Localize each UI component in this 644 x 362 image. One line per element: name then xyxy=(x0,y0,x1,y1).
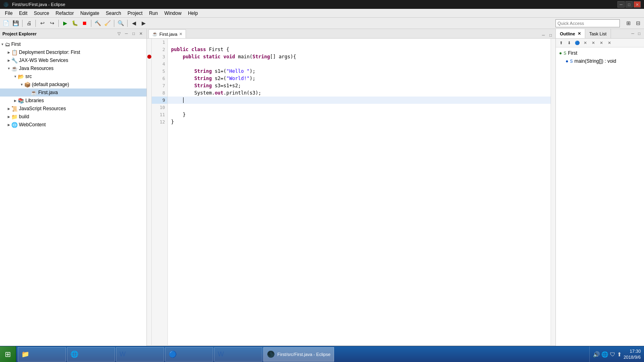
outline-minimize-btn[interactable]: ─ xyxy=(630,31,636,37)
quick-access-input[interactable] xyxy=(555,19,620,27)
line-num-7: 7 xyxy=(152,82,167,89)
tree-item-jaxws[interactable]: ▶ 🔧 JAX-WS Web Services xyxy=(0,56,147,64)
tree-item-deployment[interactable]: ▶ 📋 Deployment Descriptor: First xyxy=(0,48,147,56)
redo-button[interactable]: ↪ xyxy=(47,19,56,28)
tree-item-src[interactable]: ▼ 📂 src xyxy=(0,72,147,80)
taskbar-ie[interactable]: 🔵 xyxy=(165,347,213,362)
search-toolbar-button[interactable]: 🔍 xyxy=(116,19,125,28)
taskbar-eclipse[interactable]: 🌑 First/src/First.java - Eclipse xyxy=(263,347,334,362)
line-num-3: 3 xyxy=(152,53,167,60)
editor-maximize-btn[interactable]: □ xyxy=(547,32,554,38)
outline-panel-controls: ─ □ xyxy=(611,29,644,38)
tree-item-first[interactable]: ▼ 🗂 First xyxy=(0,40,147,48)
perspective-btn-2[interactable]: ⊟ xyxy=(634,19,642,28)
undo-button[interactable]: ↩ xyxy=(38,19,47,28)
menu-run[interactable]: Run xyxy=(146,10,161,17)
tab-close-btn[interactable]: ✕ xyxy=(179,32,182,36)
outline-maximize-btn[interactable]: □ xyxy=(636,31,642,37)
panel-close-btn[interactable]: ✕ xyxy=(138,31,144,37)
project-explorer-panel: Project Explorer ▽ ─ □ ✕ ▼ 🗂 First xyxy=(0,29,147,346)
toolbar-sep-6 xyxy=(127,20,128,27)
clean-button[interactable]: 🧹 xyxy=(103,19,112,28)
kw-public-2: public xyxy=(171,47,188,52)
code-content[interactable]: public class First { public static void … xyxy=(168,39,551,345)
panel-maximize-btn[interactable]: □ xyxy=(130,31,137,37)
navigate-back-button[interactable]: ◀ xyxy=(130,19,138,28)
code-line-3: public static void main(String[] args){ xyxy=(168,53,551,60)
menu-window[interactable]: Window xyxy=(161,10,185,17)
outline-btn-4[interactable]: ✕ xyxy=(582,39,589,47)
menu-source[interactable]: Source xyxy=(31,10,52,17)
tree-item-java-resources[interactable]: ▼ ☕ Java Resources xyxy=(0,64,147,72)
panel-collapse-btn[interactable]: ▽ xyxy=(116,31,122,37)
taskbar-items: 📁 🌐 W 🔵 W 🌑 First/src/First.java - Eclip… xyxy=(16,346,589,362)
label-java-resources: Java Resources xyxy=(19,66,54,71)
line-numbers: 1 2 3 4 5 6 7 8 9 10 11 12 xyxy=(152,39,168,345)
tab-task-list[interactable]: Task List xyxy=(585,29,611,38)
window-title: First/src/First.java - Eclipse xyxy=(12,2,65,7)
menu-navigate[interactable]: Navigate xyxy=(77,10,102,17)
taskbar-file-explorer[interactable]: 📁 xyxy=(18,347,66,362)
save-button[interactable]: 💾 xyxy=(11,19,20,28)
arrow-first: ▼ xyxy=(0,42,5,47)
outline-item-main[interactable]: ● S main(String[]) : void xyxy=(557,57,642,65)
menu-file[interactable]: File xyxy=(2,10,16,17)
stop-button[interactable]: ⏹ xyxy=(80,19,89,28)
tree-item-js-resources[interactable]: ▶ 📜 JavaScript Resources xyxy=(0,105,147,113)
tree-item-first-java[interactable]: ▶ ☕ First.java xyxy=(0,88,147,97)
panel-minimize-btn[interactable]: ─ xyxy=(123,31,130,37)
file-explorer-icon: 📁 xyxy=(21,350,29,358)
label-build: build xyxy=(19,114,29,119)
label-src: src xyxy=(25,74,32,79)
tab-outline[interactable]: Outline ✕ xyxy=(556,29,585,38)
editor-minimize-btn[interactable]: ─ xyxy=(540,32,547,38)
outline-btn-2[interactable]: ⬇ xyxy=(566,39,573,47)
taskbar-word[interactable]: W xyxy=(116,347,164,362)
tree-item-libraries[interactable]: ▶ 📚 Libraries xyxy=(0,97,147,105)
debug-button[interactable]: 🐛 xyxy=(70,19,79,28)
icon-js-resources: 📜 xyxy=(11,106,18,112)
outline-close-btn[interactable]: ✕ xyxy=(578,31,581,36)
tray-icon-4: ⬆ xyxy=(617,351,622,358)
outline-btn-6[interactable]: ✕ xyxy=(598,39,605,47)
outline-icon-main: ● xyxy=(566,58,568,64)
print-button[interactable]: 🖨 xyxy=(25,19,33,28)
menu-search[interactable]: Search xyxy=(103,10,124,17)
menu-refactor[interactable]: Refactor xyxy=(52,10,77,17)
editor-tabs: ☕ First.java ✕ ─ □ xyxy=(147,29,555,39)
navigate-forward-button[interactable]: ▶ xyxy=(139,19,148,28)
line-num-11: 11 xyxy=(152,111,167,118)
arrow-src: ▼ xyxy=(13,74,18,79)
main-layout: Project Explorer ▽ ─ □ ✕ ▼ 🗂 First xyxy=(0,29,644,346)
text-12: } xyxy=(171,119,174,125)
close-button[interactable]: ✕ xyxy=(634,1,641,8)
str-hello: "Hello " xyxy=(226,68,250,74)
outline-btn-3[interactable]: 🔵 xyxy=(574,39,581,47)
run-button[interactable]: ▶ xyxy=(61,19,70,28)
editor-tab-first-java[interactable]: ☕ First.java ✕ xyxy=(149,29,186,38)
new-button[interactable]: 📄 xyxy=(2,19,10,28)
outline-btn-7[interactable]: ✕ xyxy=(606,39,613,47)
outline-tree: ● S First ● S main(String[]) : void xyxy=(556,47,644,346)
code-editor[interactable]: 1 2 3 4 5 6 7 8 9 10 11 12 public class … xyxy=(147,39,555,345)
maximize-button[interactable]: □ xyxy=(625,1,633,8)
outline-item-first[interactable]: ● S First xyxy=(557,49,642,57)
menu-help[interactable]: Help xyxy=(185,10,201,17)
outline-btn-1[interactable]: ⬆ xyxy=(557,39,565,47)
outline-btn-5[interactable]: ✕ xyxy=(590,39,597,47)
perspective-btn-1[interactable]: ⊞ xyxy=(624,19,633,28)
tree-item-build[interactable]: ▶ 📁 build xyxy=(0,113,147,121)
start-button[interactable]: ⊞ xyxy=(0,346,16,362)
taskbar-chrome[interactable]: 🌐 xyxy=(67,347,115,362)
taskbar-word2[interactable]: W xyxy=(214,347,262,362)
code-scrollbar-v[interactable] xyxy=(551,39,555,345)
icon-build: 📁 xyxy=(11,114,18,120)
tree-item-default-pkg[interactable]: ▼ 📦 (default package) xyxy=(0,80,147,88)
build-button[interactable]: 🔨 xyxy=(93,19,102,28)
menu-project[interactable]: Project xyxy=(124,10,146,17)
menu-edit[interactable]: Edit xyxy=(16,10,31,17)
text-6a: s2=( xyxy=(212,76,226,81)
text-2a xyxy=(188,47,191,52)
minimize-button[interactable]: ─ xyxy=(617,1,625,8)
tree-item-webcontent[interactable]: ▶ 🌐 WebContent xyxy=(0,121,147,129)
